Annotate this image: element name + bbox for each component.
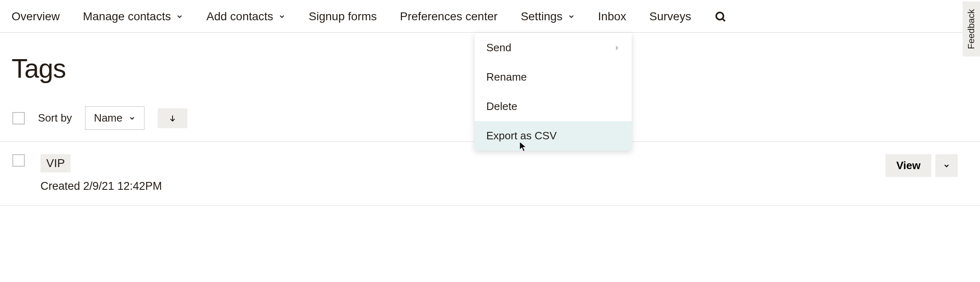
chevron-down-icon	[176, 13, 183, 20]
dropdown-export-csv-label: Export as CSV	[486, 129, 557, 142]
nav-inbox[interactable]: Inbox	[598, 10, 627, 23]
nav-settings-label: Settings	[521, 10, 562, 23]
sort-select-value: Name	[94, 112, 122, 124]
feedback-tab[interactable]: Feedback	[963, 2, 980, 57]
view-button[interactable]: View	[885, 154, 931, 177]
tag-row-checkbox[interactable]	[12, 154, 25, 167]
sort-by-label: Sort by	[38, 112, 72, 124]
nav-signup-forms-label: Signup forms	[309, 10, 377, 23]
nav-surveys[interactable]: Surveys	[649, 10, 691, 23]
select-all-checkbox[interactable]	[12, 112, 25, 124]
svg-point-0	[716, 12, 724, 20]
tag-chip[interactable]: VIP	[40, 154, 71, 172]
dropdown-export-csv[interactable]: Export as CSV	[475, 121, 632, 151]
nav-manage-contacts-label: Manage contacts	[83, 10, 171, 23]
dropdown-rename[interactable]: Rename	[475, 62, 632, 92]
chevron-down-icon	[568, 13, 575, 20]
nav-inbox-label: Inbox	[598, 10, 627, 23]
tag-created-text: Created 2/9/21 12:42PM	[40, 180, 162, 193]
sort-select[interactable]: Name	[85, 106, 144, 130]
dropdown-send[interactable]: Send	[475, 33, 632, 62]
nav-preferences-center-label: Preferences center	[400, 10, 498, 23]
tag-main: VIP Created 2/9/21 12:42PM	[40, 154, 162, 193]
nav-signup-forms[interactable]: Signup forms	[309, 10, 377, 23]
nav-overview-label: Overview	[12, 10, 60, 23]
nav-add-contacts[interactable]: Add contacts	[206, 10, 286, 23]
dropdown-delete[interactable]: Delete	[475, 92, 632, 121]
tag-actions: View	[885, 154, 958, 177]
svg-line-1	[723, 19, 725, 22]
search-icon	[714, 10, 727, 23]
search-button[interactable]	[714, 10, 727, 23]
dropdown-delete-label: Delete	[486, 100, 517, 113]
tag-row: VIP Created 2/9/21 12:42PM View	[0, 142, 980, 206]
sort-direction-button[interactable]	[158, 108, 187, 128]
dropdown-rename-label: Rename	[486, 71, 527, 84]
nav-manage-contacts[interactable]: Manage contacts	[83, 10, 183, 23]
dropdown-send-label: Send	[486, 41, 511, 54]
chevron-right-icon	[613, 45, 620, 51]
nav-preferences-center[interactable]: Preferences center	[400, 10, 498, 23]
chevron-down-icon	[278, 13, 286, 20]
top-navigation: Overview Manage contacts Add contacts Si…	[0, 0, 980, 33]
nav-surveys-label: Surveys	[649, 10, 691, 23]
arrow-down-icon	[168, 113, 177, 123]
nav-settings[interactable]: Settings	[521, 10, 575, 23]
nav-overview[interactable]: Overview	[12, 10, 60, 23]
dropdown-menu: Send Rename Delete Export as CSV	[475, 33, 632, 151]
view-dropdown-button[interactable]	[935, 154, 958, 177]
chevron-down-icon	[943, 162, 950, 170]
chevron-down-icon	[128, 115, 136, 122]
nav-add-contacts-label: Add contacts	[206, 10, 273, 23]
